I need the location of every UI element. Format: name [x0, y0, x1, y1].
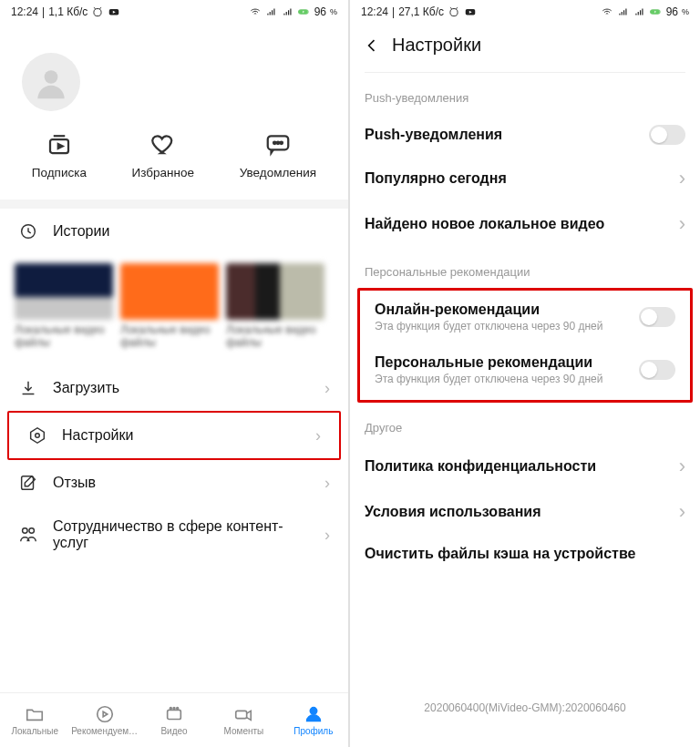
chevron-right-icon: › — [315, 426, 321, 445]
history-thumb[interactable]: Локальные видео файлы — [226, 263, 324, 349]
page-title: Настройки — [392, 35, 481, 56]
profile-menu: Загрузить › Настройки › Отзыв › — [0, 365, 348, 564]
settings-icon — [27, 425, 47, 445]
profile-header[interactable] — [0, 24, 348, 118]
highlight-box: Онлайн-рекомендации Эта функция будет от… — [357, 288, 693, 403]
settings-label: Настройки — [62, 427, 301, 444]
video-icon — [164, 704, 184, 724]
privacy-row[interactable]: Политика конфиденциальности › — [350, 444, 700, 489]
signal-icon — [265, 5, 278, 18]
play-circle-icon — [95, 704, 115, 724]
online-recs-row[interactable]: Онлайн-рекомендации Эта функция будет от… — [360, 291, 690, 343]
history-thumb[interactable]: Локальные видео файлы — [15, 263, 113, 349]
camera-icon — [233, 704, 253, 724]
nav-video[interactable]: Видео — [139, 693, 209, 747]
nav-local[interactable]: Локальные — [0, 693, 69, 747]
chevron-right-icon: › — [324, 474, 330, 493]
download-icon — [18, 378, 38, 398]
status-battery: 96 — [314, 5, 326, 18]
profile-screen: 12:24 | 1,1 Кб/с 96 % — [0, 0, 350, 747]
quick-actions: Подписка Избранное Уведомления — [0, 118, 348, 200]
svg-rect-21 — [236, 711, 247, 718]
chevron-right-icon: › — [679, 455, 685, 478]
subscriptions-label: Подписка — [32, 166, 87, 179]
svg-rect-17 — [168, 710, 181, 719]
folder-icon — [25, 704, 45, 724]
push-toggle[interactable] — [649, 125, 685, 145]
signal-icon — [617, 5, 630, 18]
terms-row[interactable]: Условия использования › — [350, 489, 700, 535]
svg-point-23 — [450, 9, 458, 16]
history-icon — [18, 221, 38, 241]
svg-point-8 — [277, 142, 280, 145]
feedback-icon — [18, 473, 38, 493]
feedback-row[interactable]: Отзыв › — [0, 460, 348, 506]
online-recs-toggle[interactable] — [639, 307, 675, 327]
push-row[interactable]: Push-уведомления — [350, 114, 700, 156]
chevron-right-icon: › — [324, 379, 330, 398]
svg-point-14 — [23, 528, 27, 534]
svg-point-22 — [310, 708, 316, 714]
svg-point-4 — [45, 70, 58, 84]
nav-profile[interactable]: Профиль — [279, 693, 348, 747]
youtube-icon — [464, 5, 477, 18]
heart-icon — [149, 129, 178, 159]
svg-marker-11 — [31, 428, 45, 444]
status-time: 12:24 — [11, 5, 38, 18]
status-bar: 12:24 | 27,1 Кб/с 96 % — [350, 0, 700, 24]
notifications-label: Уведомления — [240, 166, 316, 179]
favorites-label: Избранное — [132, 166, 194, 179]
personal-recs-row[interactable]: Персональные рекомендации Эта функция бу… — [360, 343, 690, 396]
notifications-button[interactable]: Уведомления — [240, 129, 316, 179]
nav-recommend[interactable]: Рекомендуем… — [69, 693, 139, 747]
status-battery: 96 — [666, 5, 678, 18]
personal-recs-toggle[interactable] — [639, 360, 675, 380]
status-rate: 27,1 Кб/с — [398, 5, 444, 18]
subscriptions-button[interactable]: Подписка — [32, 129, 87, 179]
svg-point-7 — [273, 142, 276, 145]
status-rate: 1,1 Кб/с — [48, 5, 88, 18]
subscriptions-icon — [45, 129, 74, 159]
alarm-icon — [448, 5, 460, 18]
build-info: 2020060400(MiVideo-GMM):2020060460 — [350, 701, 700, 714]
chevron-right-icon: › — [679, 500, 685, 524]
popular-row[interactable]: Популярно сегодня › — [350, 156, 700, 201]
history-label: Истории — [53, 223, 330, 240]
chevron-right-icon: › — [324, 526, 330, 545]
partnership-label: Сотрудничество в сфере контент-услуг — [53, 518, 310, 551]
chevron-right-icon: › — [679, 212, 685, 236]
svg-point-18 — [170, 708, 171, 710]
svg-point-20 — [177, 708, 179, 710]
profile-icon — [304, 704, 324, 724]
wifi-icon — [601, 5, 613, 18]
section-push-label: Push-уведомления — [350, 73, 700, 114]
wifi-icon — [249, 5, 262, 18]
bottom-nav: Локальные Рекомендуем… Видео Моменты Про… — [0, 692, 348, 747]
signal-icon — [282, 5, 294, 18]
found-local-row[interactable]: Найдено новое локальное видео › — [350, 201, 700, 247]
history-thumbs: Локальные видео файлы Локальные видео фа… — [0, 254, 348, 365]
partnership-row[interactable]: Сотрудничество в сфере контент-услуг › — [0, 506, 348, 564]
clear-cache-row[interactable]: Очистить файлы кэша на устройстве — [350, 535, 700, 573]
svg-point-0 — [94, 9, 101, 16]
settings-screen: 12:24 | 27,1 Кб/с 96 % Настройки Push-ув… — [350, 0, 700, 747]
download-row[interactable]: Загрузить › — [0, 365, 348, 411]
avatar[interactable] — [22, 53, 80, 111]
svg-point-15 — [29, 528, 34, 534]
alarm-icon — [91, 5, 104, 18]
back-icon[interactable] — [363, 36, 381, 55]
svg-point-12 — [36, 434, 40, 438]
nav-moments[interactable]: Моменты — [209, 693, 278, 747]
chevron-right-icon: › — [679, 167, 685, 190]
partnership-icon — [18, 525, 38, 545]
favorites-button[interactable]: Избранное — [132, 129, 194, 179]
youtube-icon — [108, 5, 120, 18]
history-row[interactable]: Истории — [0, 209, 348, 254]
history-thumb[interactable]: Локальные видео файлы — [120, 263, 219, 349]
settings-row[interactable]: Настройки › — [9, 413, 339, 458]
status-bar: 12:24 | 1,1 Кб/с 96 % — [0, 0, 348, 24]
section-other-label: Другое — [350, 403, 700, 444]
svg-point-9 — [280, 142, 283, 145]
battery-icon — [650, 5, 663, 18]
section-personal-label: Персональные рекомендации — [350, 247, 700, 288]
